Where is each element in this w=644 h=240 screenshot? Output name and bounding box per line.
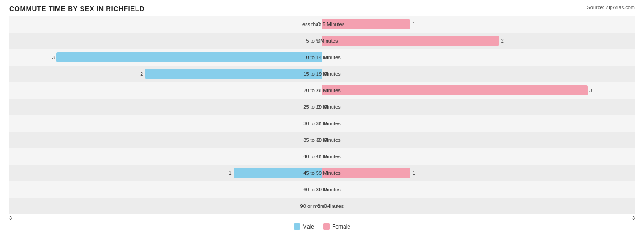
male-value: 0 — [317, 22, 320, 27]
right-side: 0 — [322, 181, 635, 198]
title-row: COMMUTE TIME BY SEX IN RICHFIELD Source:… — [9, 5, 635, 12]
left-side: 0 — [9, 181, 322, 198]
axis-left: 3 — [9, 215, 12, 221]
bar-row: 1 45 to 59 Minutes 1 — [9, 165, 635, 181]
male-value: 0 — [317, 88, 320, 93]
right-side: 0 — [322, 49, 635, 66]
right-side: 0 — [322, 115, 635, 132]
bar-row: 0 35 to 39 Minutes 0 — [9, 132, 635, 148]
axis-right: 3 — [632, 215, 635, 221]
bar-row: 0 90 or more Minutes 0 — [9, 198, 635, 214]
legend-male: Male — [294, 223, 314, 230]
right-side: 0 — [322, 99, 635, 115]
male-value: 0 — [317, 203, 320, 209]
male-bar: 1 — [234, 168, 322, 178]
male-swatch — [294, 223, 300, 230]
bar-row: 0 25 to 29 Minutes 0 — [9, 99, 635, 115]
source-text: Source: ZipAtlas.com — [587, 5, 635, 10]
right-side: 0 — [322, 66, 635, 82]
female-swatch — [323, 223, 330, 230]
bar-row: 0 30 to 34 Minutes 0 — [9, 115, 635, 132]
male-value: 0 — [317, 187, 320, 192]
female-bar: 1 — [322, 19, 410, 29]
bar-row: 2 15 to 19 Minutes 0 — [9, 66, 635, 82]
legend-female: Female — [323, 223, 350, 230]
left-side: 2 — [9, 66, 322, 82]
male-value: 2 — [140, 71, 143, 77]
right-side: 1 — [322, 16, 635, 33]
left-side: 0 — [9, 16, 322, 33]
left-side: 3 — [9, 49, 322, 66]
male-value: 1 — [229, 170, 232, 176]
left-side: 0 — [9, 132, 322, 148]
male-value: 0 — [317, 38, 320, 44]
male-label: Male — [302, 223, 314, 230]
left-side: 0 — [9, 148, 322, 165]
female-value: 0 — [324, 203, 327, 209]
female-value: 0 — [324, 137, 327, 143]
female-value: 0 — [324, 71, 327, 77]
left-side: 0 — [9, 82, 322, 99]
male-value: 0 — [317, 154, 320, 159]
chart-title: COMMUTE TIME BY SEX IN RICHFIELD — [9, 5, 145, 12]
bar-row: 3 10 to 14 Minutes 0 — [9, 49, 635, 66]
right-side: 0 — [322, 148, 635, 165]
male-value: 0 — [317, 121, 320, 126]
female-value: 0 — [324, 104, 327, 110]
male-bar: 3 — [56, 52, 322, 62]
male-value: 0 — [317, 137, 320, 143]
right-side: 3 — [322, 82, 635, 99]
female-bar: 1 — [322, 168, 410, 178]
female-value: 0 — [324, 121, 327, 126]
female-value: 0 — [324, 154, 327, 159]
left-side: 0 — [9, 198, 322, 214]
female-bar: 2 — [322, 36, 499, 46]
male-bar: 2 — [145, 69, 322, 79]
left-side: 1 — [9, 165, 322, 181]
female-value: 0 — [324, 187, 327, 192]
bar-row: 0 60 to 89 Minutes 0 — [9, 181, 635, 198]
bars-area: 0 Less than 5 Minutes 1 0 5 to 9 Minutes… — [9, 16, 635, 214]
bar-row: 0 Less than 5 Minutes 1 — [9, 16, 635, 33]
bar-row: 0 20 to 24 Minutes 3 — [9, 82, 635, 99]
right-side: 0 — [322, 132, 635, 148]
left-side: 0 — [9, 33, 322, 49]
right-side: 2 — [322, 33, 635, 49]
female-value: 2 — [501, 38, 504, 44]
chart-container: COMMUTE TIME BY SEX IN RICHFIELD Source:… — [0, 0, 644, 240]
female-value: 3 — [589, 88, 592, 93]
bar-row: 0 5 to 9 Minutes 2 — [9, 33, 635, 49]
bottom-axis: 3 3 — [9, 215, 635, 221]
legend: Male Female — [9, 223, 635, 230]
right-side: 1 — [322, 165, 635, 181]
male-value: 0 — [317, 104, 320, 110]
female-value: 1 — [412, 170, 415, 176]
left-side: 0 — [9, 115, 322, 132]
right-side: 0 — [322, 198, 635, 214]
female-label: Female — [332, 223, 350, 230]
bar-row: 0 40 to 44 Minutes 0 — [9, 148, 635, 165]
female-bar: 3 — [322, 85, 588, 95]
female-value: 1 — [412, 22, 415, 27]
left-side: 0 — [9, 99, 322, 115]
female-value: 0 — [324, 55, 327, 60]
male-value: 3 — [52, 55, 55, 60]
